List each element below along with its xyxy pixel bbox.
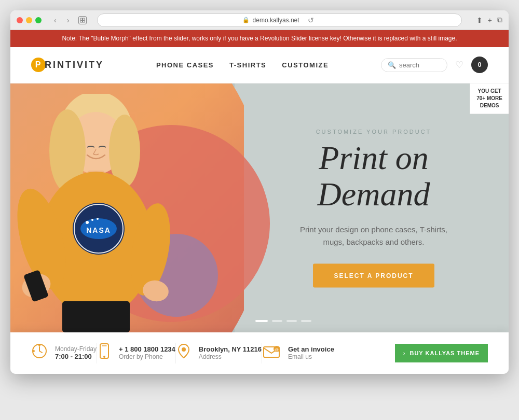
email-label: Get an invoice: [288, 345, 334, 353]
search-icon: 🔍: [388, 61, 396, 69]
notification-text: Note: The "Buble Morph" effect from the …: [62, 35, 457, 42]
site-logo[interactable]: P RINTIVITY: [31, 58, 104, 72]
window-manager-icon[interactable]: [78, 16, 87, 24]
buy-theme-button[interactable]: › BUY KALLYAS THEME: [395, 344, 488, 362]
map-icon: [176, 343, 192, 363]
svg-rect-2: [80, 20, 83, 22]
browser-action-buttons: ⬆ + ⧉: [476, 16, 502, 24]
reload-button[interactable]: ↺: [305, 15, 317, 25]
maximize-button[interactable]: [35, 17, 42, 23]
url-text: demo.kallyas.net: [253, 17, 299, 24]
search-input[interactable]: [399, 61, 441, 69]
info-phone: + 1 800 1800 1234 Order by Phone: [97, 343, 175, 363]
hero-section: NASA CUSTOMIZE YOUR PRODUCT Print on Dem…: [10, 83, 509, 332]
traffic-lights: [17, 17, 42, 23]
wishlist-button[interactable]: ♡: [455, 59, 463, 71]
svg-text:@: @: [275, 347, 279, 352]
svg-point-32: [103, 356, 105, 358]
close-button[interactable]: [17, 17, 23, 23]
hours-time: 7:00 - 21:00: [55, 353, 97, 360]
demos-badge[interactable]: YOU GET 70+ MORE DEMOS: [470, 83, 509, 114]
phone-icon: [97, 343, 112, 363]
browser-titlebar: ‹ › 🔒 demo.kallyas.net ↺ ⬆ + ⧉: [10, 10, 509, 30]
slider-dot-3[interactable]: [286, 320, 297, 322]
info-hours: Monday-Friday 7:00 - 21:00: [31, 343, 97, 363]
phone-text: + 1 800 1800 1234 Order by Phone: [119, 345, 175, 360]
site-header: P RINTIVITY PHONE CASES T-SHIRTS CUSTOMI…: [10, 47, 509, 83]
hours-days: Monday-Friday: [55, 345, 97, 353]
demos-line2: 70+ MORE: [476, 95, 502, 102]
demos-line3: DEMOS: [476, 102, 502, 109]
nav-phone-cases[interactable]: PHONE CASES: [156, 61, 214, 69]
svg-point-21: [86, 221, 89, 224]
hero-subtitle: CUSTOMIZE YOUR PRODUCT: [270, 128, 477, 134]
email-text: Get an invoice Email us: [288, 345, 334, 360]
svg-text:NASA: NASA: [86, 226, 111, 234]
svg-rect-25: [62, 301, 130, 332]
browser-navigation: ‹ ›: [51, 15, 72, 25]
header-right: 🔍 ♡ 0: [381, 57, 488, 73]
cart-button[interactable]: 0: [471, 57, 488, 73]
main-navigation: PHONE CASES T-SHIRTS CUSTOMIZE: [156, 61, 329, 69]
svg-point-22: [91, 219, 93, 221]
slider-dots: [255, 320, 311, 322]
hero-person-image: NASA: [10, 83, 260, 332]
svg-rect-1: [83, 18, 85, 20]
svg-point-23: [97, 218, 99, 220]
address-bar[interactable]: 🔒 demo.kallyas.net ↺: [97, 13, 461, 27]
logo-letter: P: [35, 60, 42, 69]
svg-point-34: [182, 347, 186, 352]
cart-count: 0: [478, 61, 482, 68]
select-product-button[interactable]: SELECT A PRODUCT: [313, 263, 434, 287]
hero-description: Print your design on phone cases, T-shir…: [270, 223, 477, 248]
minimize-button[interactable]: [26, 17, 32, 23]
phone-number: + 1 800 1800 1234: [119, 345, 175, 353]
address-text: Brooklyn, NY 11216 Address: [199, 345, 262, 360]
hero-content: CUSTOMIZE YOUR PRODUCT Print on Demand P…: [270, 128, 477, 287]
info-bar: Monday-Friday 7:00 - 21:00 + 1 800 1800 …: [10, 332, 509, 374]
tabs-button[interactable]: ⧉: [497, 16, 502, 24]
svg-line-28: [39, 351, 42, 353]
share-button[interactable]: ⬆: [476, 16, 483, 24]
buy-theme-label: BUY KALLYAS THEME: [409, 350, 480, 356]
info-address: Brooklyn, NY 11216 Address: [176, 343, 262, 363]
new-tab-button[interactable]: +: [488, 16, 492, 24]
nav-tshirts[interactable]: T-SHIRTS: [229, 61, 266, 69]
address-city: Brooklyn, NY 11216: [199, 345, 262, 353]
logo-name: RINTIVITY: [45, 60, 104, 71]
slider-dot-2[interactable]: [272, 320, 282, 322]
slider-dot-1[interactable]: [255, 320, 268, 322]
notification-banner: Note: The "Buble Morph" effect from the …: [10, 30, 509, 47]
svg-rect-0: [80, 18, 83, 20]
lock-icon: 🔒: [242, 17, 250, 23]
hours-text: Monday-Friday 7:00 - 21:00: [55, 345, 97, 360]
email-icon: @: [262, 343, 281, 363]
demos-line1: YOU GET: [476, 88, 502, 95]
info-email: @ Get an invoice Email us: [262, 343, 334, 363]
browser-window: ‹ › 🔒 demo.kallyas.net ↺ ⬆ + ⧉ Note: T: [10, 10, 509, 374]
phone-label: Order by Phone: [119, 353, 175, 360]
forward-button[interactable]: ›: [64, 15, 73, 25]
nav-customize[interactable]: CUSTOMIZE: [282, 61, 329, 69]
address-bar-container: 🔒 demo.kallyas.net ↺: [97, 13, 461, 27]
buy-theme-arrow: ›: [403, 350, 406, 356]
logo-icon: P: [31, 58, 46, 72]
address-label: Address: [199, 353, 262, 360]
svg-point-29: [33, 350, 35, 352]
search-box[interactable]: 🔍: [381, 58, 447, 72]
hero-title: Print on Demand: [270, 139, 477, 213]
email-action: Email us: [288, 353, 334, 360]
clock-icon: [31, 343, 48, 363]
person-svg: NASA: [10, 94, 187, 332]
back-button[interactable]: ‹: [51, 15, 60, 25]
slider-dot-4[interactable]: [301, 320, 311, 322]
svg-rect-3: [83, 20, 85, 22]
svg-point-30: [38, 344, 40, 346]
